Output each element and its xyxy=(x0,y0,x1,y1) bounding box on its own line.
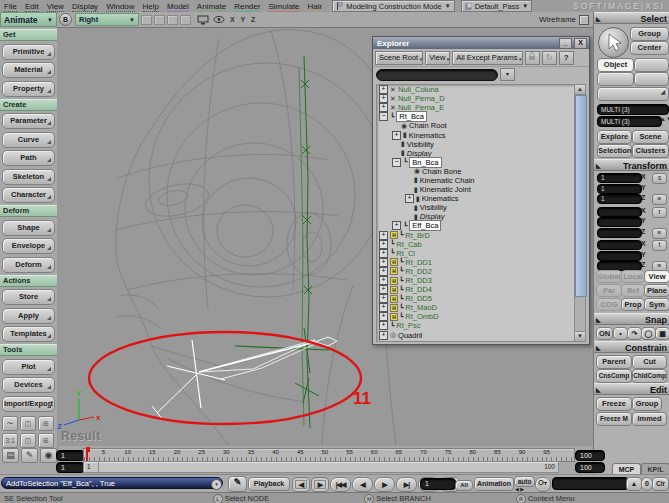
module-selector[interactable]: Animate ▼ xyxy=(0,12,57,27)
transform-menu-icon[interactable]: ≡ xyxy=(652,194,667,205)
toolbar-button-plot[interactable]: Plot xyxy=(2,359,55,375)
filter-dropdown[interactable]: All Except Params xyxy=(452,51,522,65)
mode-button-view[interactable]: View xyxy=(644,270,669,283)
tree-node-label[interactable]: Rt_BrD xyxy=(405,231,430,240)
expand-icon[interactable]: + xyxy=(392,221,401,230)
surface-snap-icon[interactable]: ◯ xyxy=(641,327,656,340)
tree-node-label[interactable]: Kinematics xyxy=(422,194,459,203)
toolbar-button-apply[interactable]: Apply xyxy=(2,308,55,324)
layout-preset-button-2[interactable]: ◫ xyxy=(20,416,36,431)
tree-row[interactable]: +┗Rt_Psc xyxy=(377,321,576,330)
eye-icon[interactable] xyxy=(213,15,225,24)
layout-preset-button-6[interactable]: ⊞ xyxy=(38,433,54,448)
toolbar-button-import-export[interactable]: Import/Export xyxy=(2,396,55,412)
play-forward-button[interactable]: ▶ xyxy=(374,477,395,492)
expand-icon[interactable]: + xyxy=(379,312,388,321)
expand-icon[interactable]: + xyxy=(405,194,414,203)
tree-row[interactable]: +H┗Rt_DD4 xyxy=(377,285,576,294)
module-menu-render[interactable]: Render xyxy=(234,2,260,13)
viewport-letter-button[interactable]: B xyxy=(59,13,72,26)
expand-icon[interactable]: + xyxy=(379,94,388,103)
minimize-button[interactable]: _ xyxy=(559,38,572,49)
mode-button-prop[interactable]: Prop xyxy=(621,298,645,311)
tree-node-label[interactable]: Kinematics xyxy=(409,131,446,140)
lock-icon[interactable] xyxy=(525,51,540,65)
expand-icon[interactable]: + xyxy=(392,131,401,140)
close-button[interactable]: X xyxy=(574,38,587,49)
mode-button-global[interactable]: Global xyxy=(596,270,622,283)
explore-button[interactable]: Explore xyxy=(597,130,632,144)
tree-row[interactable]: +H┗Rt_DD1 xyxy=(377,258,576,267)
menu-window[interactable]: Window xyxy=(106,2,134,12)
memo-cam-slot[interactable] xyxy=(141,15,152,25)
tree-row[interactable]: +H┗Rt_DD3 xyxy=(377,276,576,285)
freeze-m-button[interactable]: Freeze M xyxy=(596,412,632,426)
transform-translate-x-field[interactable] xyxy=(597,240,642,250)
toolbar-button-parameter[interactable]: Parameter xyxy=(2,113,55,129)
tree-row[interactable]: ▮Kinematic Joint xyxy=(377,185,576,194)
mode-button-sym[interactable]: Sym xyxy=(644,298,669,311)
tree-node-label[interactable]: Rt_DD3 xyxy=(405,276,432,285)
command-line[interactable]: AddToSelection "Eff_Bca", , True xyxy=(1,477,223,489)
layout-preset-button-5[interactable]: ◫ xyxy=(20,433,36,448)
rotate-key-button[interactable]: r xyxy=(652,207,667,218)
toolbar-button-deform[interactable]: Deform xyxy=(2,257,55,273)
all-button[interactable]: All xyxy=(455,480,473,491)
module-menu-hair[interactable]: Hair xyxy=(308,2,323,13)
filter-slot-button[interactable] xyxy=(634,58,669,72)
toolbar-button-shape[interactable]: Shape xyxy=(2,220,55,236)
toolbar-button-path[interactable]: Path xyxy=(2,150,55,166)
edit-section-header[interactable]: Edit xyxy=(594,383,669,395)
toolbar-button-envelope[interactable]: Envelope xyxy=(2,238,55,254)
tree-scrollbar[interactable]: ▲ ▼ xyxy=(574,84,586,342)
maximize-viewport-icon[interactable] xyxy=(579,15,589,25)
mode-button-par[interactable]: Par xyxy=(596,284,622,297)
tree-node-label[interactable]: Null_Coluna xyxy=(398,85,439,94)
tree-node-label[interactable]: Visibility xyxy=(407,140,434,149)
scrollbar-thumb[interactable] xyxy=(575,95,587,297)
parent-constraint-button[interactable]: Parent xyxy=(596,355,632,369)
memo-cam-slot[interactable] xyxy=(154,15,165,25)
view-dropdown[interactable]: View xyxy=(425,51,450,65)
tree-row[interactable]: +H┗Rt_OmbD xyxy=(377,312,576,321)
chldcomp-button[interactable]: ChldComp xyxy=(632,369,667,383)
memo-cam-slot[interactable] xyxy=(180,15,191,25)
search-input[interactable] xyxy=(376,69,498,81)
transform-translate-y-field[interactable] xyxy=(597,251,642,261)
key-icon[interactable] xyxy=(535,477,551,492)
immed-button[interactable]: Immed xyxy=(632,412,667,426)
expand-icon[interactable]: + xyxy=(379,276,388,285)
mode-button-local[interactable]: Local xyxy=(621,270,645,283)
selection-list-field-2[interactable]: MULTI (3) xyxy=(597,116,662,127)
tree-row[interactable]: −┗Bn_Bca xyxy=(377,158,576,167)
tree-row[interactable]: ▮Display xyxy=(377,212,576,221)
expand-icon[interactable]: + xyxy=(379,249,388,258)
select-tool-button[interactable] xyxy=(598,27,629,58)
script-editor-icon[interactable]: ✎ xyxy=(228,476,247,492)
snap-on-button[interactable]: ON xyxy=(596,327,613,340)
toolbar-button-skeleton[interactable]: Skeleton xyxy=(2,169,55,185)
selection-list-field[interactable]: MULTI (3) xyxy=(597,104,669,115)
refresh-icon[interactable]: ↻ xyxy=(542,51,557,65)
tree-row[interactable]: +▮Kinematics xyxy=(377,194,576,203)
loop-end-field[interactable]: 100 xyxy=(575,462,605,473)
transform-rotate-y-field[interactable] xyxy=(597,217,642,227)
scroll-down-icon[interactable]: ▼ xyxy=(575,331,585,341)
toolbar-button-devices[interactable]: Devices xyxy=(2,377,55,393)
collapse-icon[interactable]: − xyxy=(379,112,388,121)
tree-row[interactable]: +H┗Rt_MaoD xyxy=(377,303,576,312)
tree-row[interactable]: +H┗Rt_DD2 xyxy=(377,267,576,276)
pencil-icon[interactable]: ✎ xyxy=(21,448,38,463)
selection-button[interactable]: Selection xyxy=(597,144,632,158)
tree-node-label[interactable]: Quadril xyxy=(398,331,422,340)
expand-icon[interactable]: + xyxy=(379,294,388,303)
module-menu-animate[interactable]: Animate xyxy=(197,2,226,13)
command-history-icon[interactable]: ▾ xyxy=(211,479,222,490)
freeze-button[interactable]: Freeze xyxy=(596,397,632,411)
clusters-button[interactable]: Clusters xyxy=(632,144,669,158)
marked-param-up-icon[interactable]: ▲ xyxy=(626,477,642,491)
transform-menu-icon[interactable]: ≡ xyxy=(652,228,667,239)
tree-node-label[interactable]: Rt_Cl xyxy=(396,249,415,258)
tree-row[interactable]: +H┗Rt_BrD xyxy=(377,231,576,240)
tree-node-label[interactable]: Rt_DD4 xyxy=(405,285,432,294)
